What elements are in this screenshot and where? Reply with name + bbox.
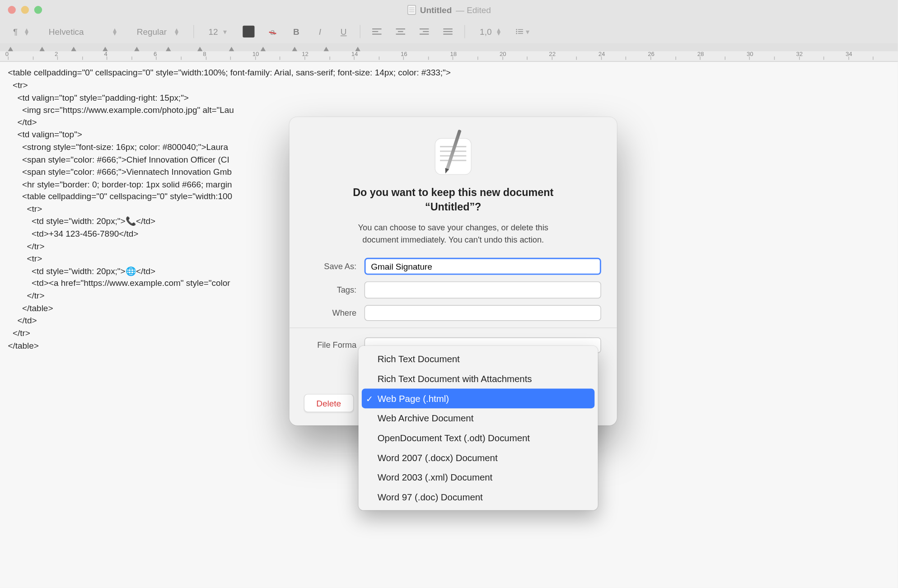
- file-format-option[interactable]: Word 2003 (.xml) Document: [362, 467, 594, 487]
- file-format-dropdown: Rich Text DocumentRich Text Document wit…: [359, 346, 598, 510]
- file-format-option-label: Word 97 (.doc) Document: [378, 492, 483, 502]
- delete-button[interactable]: Delete: [304, 394, 354, 413]
- dialog-divider: [290, 327, 617, 328]
- file-format-option-label: Rich Text Document: [378, 354, 460, 364]
- tags-input[interactable]: [365, 282, 601, 299]
- dialog-subtitle: You can choose to save your changes, or …: [305, 221, 601, 246]
- dialog-heading: Do you want to keep this new document “U…: [305, 186, 601, 215]
- file-format-option-label: Rich Text Document with Attachments: [378, 373, 532, 384]
- file-format-option[interactable]: ✓Web Page (.html): [362, 388, 594, 408]
- file-format-option[interactable]: Word 97 (.doc) Document: [362, 487, 594, 507]
- tags-label: Tags:: [305, 285, 357, 294]
- where-select[interactable]: [365, 305, 601, 321]
- file-format-option-label: Web Archive Document: [378, 413, 474, 423]
- file-format-option[interactable]: Rich Text Document: [362, 349, 594, 369]
- file-format-label: File Forma: [305, 341, 357, 350]
- file-format-option-label: Word 2007 (.docx) Document: [378, 453, 498, 463]
- file-format-option-label: Web Page (.html): [378, 393, 449, 404]
- textedit-app-icon: [430, 131, 477, 179]
- save-as-label: Save As:: [305, 262, 357, 271]
- file-format-option-label: OpenDocument Text (.odt) Document: [378, 433, 530, 443]
- save-as-input[interactable]: [365, 258, 601, 275]
- where-label: Where: [305, 308, 357, 317]
- file-format-option-label: Word 2003 (.xml) Document: [378, 472, 493, 482]
- file-format-option[interactable]: OpenDocument Text (.odt) Document: [362, 428, 594, 448]
- file-format-option[interactable]: Rich Text Document with Attachments: [362, 369, 594, 389]
- file-format-option[interactable]: Word 2007 (.docx) Document: [362, 448, 594, 468]
- file-format-option[interactable]: Web Archive Document: [362, 408, 594, 428]
- check-icon: ✓: [366, 393, 373, 403]
